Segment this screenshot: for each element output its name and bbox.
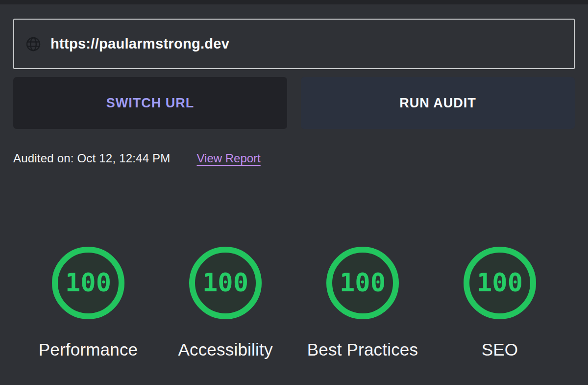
score-seo: 100 SEO: [431, 247, 568, 359]
seo-score: 100: [477, 270, 523, 296]
top-strip: [0, 0, 588, 4]
globe-icon: [26, 37, 41, 51]
score-accessibility: 100 Accessibility: [157, 247, 294, 359]
accessibility-gauge: 100: [189, 247, 262, 319]
audit-meta-row: Audited on: Oct 12, 12:44 PM View Report: [13, 152, 575, 165]
switch-url-button[interactable]: SWITCH URL: [13, 77, 287, 129]
performance-score: 100: [65, 270, 111, 296]
accessibility-label: Accessibility: [178, 340, 272, 359]
run-audit-button[interactable]: RUN AUDIT: [301, 77, 575, 129]
url-value: https://paularmstrong.dev: [50, 36, 229, 52]
scores-row: 100 Performance 100 Accessibility 100 Be…: [0, 247, 588, 359]
score-best-practices: 100 Best Practices: [294, 247, 431, 359]
audited-on-text: Audited on: Oct 12, 12:44 PM: [13, 152, 170, 165]
seo-label: SEO: [482, 340, 518, 359]
url-input[interactable]: https://paularmstrong.dev: [13, 19, 575, 69]
performance-label: Performance: [39, 340, 138, 359]
best-practices-score: 100: [340, 270, 386, 296]
best-practices-gauge: 100: [326, 247, 399, 319]
best-practices-label: Best Practices: [307, 340, 418, 359]
accessibility-score: 100: [202, 270, 248, 296]
view-report-link[interactable]: View Report: [196, 152, 260, 165]
score-performance: 100 Performance: [20, 247, 157, 359]
audit-panel: https://paularmstrong.dev SWITCH URL RUN…: [0, 19, 588, 165]
buttons-row: SWITCH URL RUN AUDIT: [13, 77, 575, 129]
seo-gauge: 100: [464, 247, 536, 319]
performance-gauge: 100: [52, 247, 124, 319]
